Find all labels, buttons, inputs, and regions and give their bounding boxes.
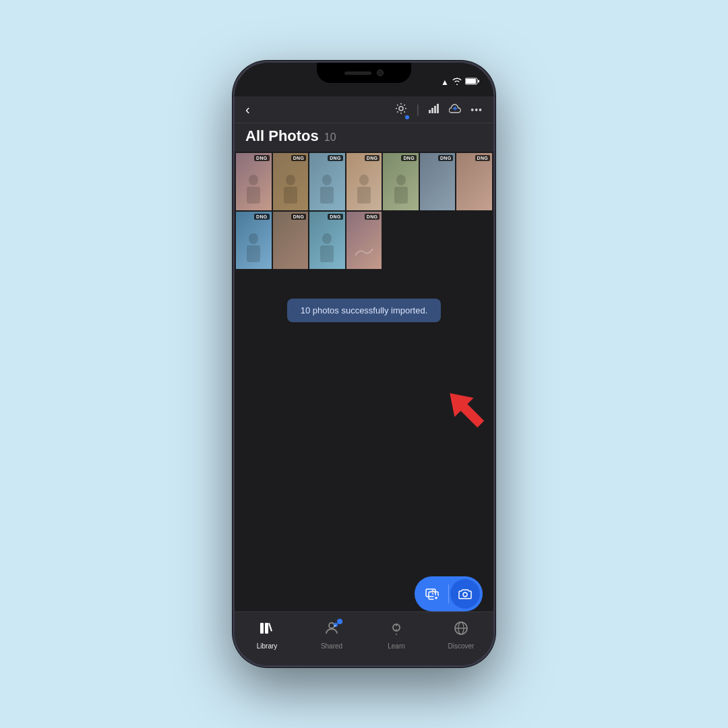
svg-rect-10 xyxy=(247,187,260,204)
photo-grid: DNG DNG DNG DNG xyxy=(235,152,493,272)
page-title: All Photos xyxy=(245,127,319,145)
phone-frame: ▲ ‹ xyxy=(233,61,495,667)
discover-label: Discover xyxy=(448,642,475,650)
svg-point-3 xyxy=(399,107,403,111)
svg-rect-18 xyxy=(394,187,408,204)
svg-rect-14 xyxy=(320,187,334,204)
svg-marker-23 xyxy=(440,384,490,433)
dng-badge: DNG xyxy=(254,155,269,161)
back-button[interactable]: ‹ xyxy=(245,102,250,117)
dng-badge: DNG xyxy=(365,214,380,220)
shared-label: Shared xyxy=(321,642,342,650)
svg-rect-29 xyxy=(265,623,268,634)
empty-photo-cell xyxy=(456,212,492,269)
dng-badge: DNG xyxy=(328,214,342,220)
photo-cell[interactable]: DNG xyxy=(309,153,345,210)
shared-icon: + xyxy=(324,620,340,640)
top-nav: ‹ | ••• xyxy=(235,96,493,123)
toast-notification: 10 photos successfully imported. xyxy=(287,299,442,322)
photo-cell[interactable]: DNG xyxy=(420,153,456,210)
notch-camera xyxy=(377,69,384,76)
svg-point-13 xyxy=(322,175,332,185)
dng-badge: DNG xyxy=(254,214,269,220)
dng-badge: DNG xyxy=(328,155,342,161)
photo-row-1: DNG DNG DNG DNG xyxy=(236,153,492,210)
tab-shared[interactable]: + Shared xyxy=(299,617,364,650)
screen: ▲ ‹ xyxy=(235,63,493,665)
fab-area xyxy=(415,576,483,611)
library-icon xyxy=(259,620,275,640)
svg-rect-5 xyxy=(431,108,433,113)
svg-rect-16 xyxy=(357,187,371,204)
discover-icon xyxy=(453,620,469,640)
dng-badge: DNG xyxy=(475,155,490,161)
svg-point-17 xyxy=(396,175,406,185)
dng-badge: DNG xyxy=(438,155,453,161)
empty-photo-cell xyxy=(420,212,456,269)
tab-library[interactable]: Library xyxy=(235,617,299,650)
empty-photo-cell xyxy=(383,212,419,269)
svg-rect-1 xyxy=(466,79,476,84)
library-label: Library xyxy=(257,642,278,650)
photo-cell[interactable]: DNG xyxy=(456,153,492,210)
svg-point-9 xyxy=(249,175,258,185)
tab-learn[interactable]: Learn xyxy=(364,617,429,650)
svg-rect-12 xyxy=(284,187,297,204)
svg-rect-7 xyxy=(437,104,439,113)
svg-rect-6 xyxy=(434,106,436,113)
signal-icon: ▲ xyxy=(441,78,449,87)
notch-speaker xyxy=(344,71,371,75)
dng-badge: DNG xyxy=(291,155,306,161)
settings-icon[interactable] xyxy=(395,102,407,117)
dng-badge: DNG xyxy=(365,155,380,161)
notch xyxy=(317,63,411,83)
import-button[interactable] xyxy=(417,579,447,609)
toast-message: 10 photos successfully imported. xyxy=(301,305,428,315)
svg-point-21 xyxy=(322,233,332,244)
svg-point-15 xyxy=(359,175,369,185)
svg-text:+: + xyxy=(334,624,336,628)
photo-cell[interactable]: DNG xyxy=(309,212,345,269)
status-icons: ▲ xyxy=(441,78,480,87)
fab-divider xyxy=(448,584,449,603)
photo-cell[interactable]: DNG xyxy=(273,153,309,210)
photo-cell[interactable]: DNG xyxy=(346,212,382,269)
svg-rect-24 xyxy=(426,589,435,597)
svg-rect-2 xyxy=(478,80,479,83)
photo-cell[interactable]: DNG xyxy=(346,153,382,210)
svg-point-11 xyxy=(286,175,295,185)
photo-cell[interactable]: DNG xyxy=(236,212,272,269)
tab-discover[interactable]: Discover xyxy=(429,617,493,650)
more-icon[interactable]: ••• xyxy=(471,104,483,115)
battery-icon xyxy=(465,78,480,87)
photo-cell[interactable]: DNG xyxy=(383,153,419,210)
content-area: ▲ ‹ xyxy=(235,63,493,665)
photo-cell[interactable]: DNG xyxy=(273,212,309,269)
wifi-icon xyxy=(452,78,462,87)
status-bar: ▲ xyxy=(235,63,493,96)
dng-badge: DNG xyxy=(401,155,416,161)
camera-button[interactable] xyxy=(450,579,480,609)
cloud-icon[interactable] xyxy=(449,104,461,116)
learn-icon xyxy=(388,620,404,640)
signal-bars-icon xyxy=(429,103,439,117)
top-nav-icons: | ••• xyxy=(395,102,483,117)
svg-rect-22 xyxy=(320,245,334,262)
photo-cell[interactable]: DNG xyxy=(236,153,272,210)
learn-label: Learn xyxy=(388,642,405,650)
photo-count: 10 xyxy=(324,131,336,144)
dng-badge: DNG xyxy=(291,214,306,220)
divider-icon: | xyxy=(417,102,420,117)
svg-point-19 xyxy=(249,233,258,244)
phone-wrapper: ▲ ‹ xyxy=(233,61,495,667)
photo-row-2: DNG DNG DNG DNG xyxy=(236,212,492,269)
svg-point-27 xyxy=(463,593,467,597)
page-title-bar: All Photos 10 xyxy=(235,123,493,152)
svg-rect-28 xyxy=(260,623,264,634)
svg-rect-4 xyxy=(429,110,431,113)
tab-bar: Library + Shared xyxy=(235,611,493,665)
svg-rect-20 xyxy=(247,245,260,262)
